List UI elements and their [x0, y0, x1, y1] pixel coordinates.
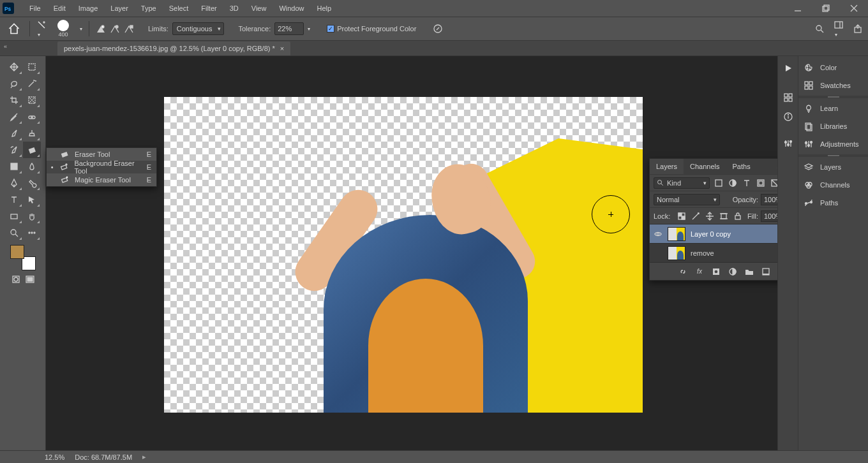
menu-window[interactable]: Window — [273, 0, 310, 17]
lock-pos-icon[interactable] — [705, 211, 715, 221]
expand-panel-icon[interactable]: »| — [777, 163, 777, 170]
tool-history-brush[interactable] — [5, 142, 23, 158]
menu-filter[interactable]: Filter — [195, 0, 223, 17]
fg-color-swatch[interactable] — [10, 245, 24, 259]
protect-fg-checkbox[interactable]: ✓ Protect Foreground Color — [327, 25, 416, 33]
lock-artboard-icon[interactable] — [719, 211, 729, 221]
filter-adjust-icon[interactable] — [728, 178, 738, 188]
info-icon[interactable] — [778, 107, 798, 126]
tool-dodge[interactable] — [23, 175, 41, 191]
home-icon[interactable] — [5, 20, 23, 38]
layer-remove[interactable]: remove — [650, 243, 777, 262]
tool-magic-wand[interactable] — [23, 75, 41, 92]
filter-pixel-icon[interactable] — [714, 178, 724, 188]
group-icon[interactable] — [744, 267, 754, 277]
tool-stamp[interactable] — [23, 125, 41, 142]
tool-hand[interactable] — [23, 208, 41, 224]
document-tab[interactable]: pexels-juan-mendez-1536619.jpg @ 12.5% (… — [57, 41, 290, 55]
close-tab-icon[interactable]: × — [280, 45, 284, 52]
tolerance-input[interactable]: 22% — [274, 22, 304, 35]
close-button[interactable] — [840, 0, 868, 17]
tool-lasso[interactable] — [5, 75, 23, 92]
filter-smart-icon[interactable] — [770, 178, 777, 188]
brush-preview[interactable]: 400 — [50, 20, 76, 38]
tab-layers[interactable]: Layers — [650, 159, 684, 174]
layer-layer-0-copy[interactable]: Layer 0 copy — [650, 224, 777, 243]
sampling-continuous-icon[interactable] — [96, 24, 106, 34]
tool-shape[interactable] — [5, 208, 23, 224]
menu-view[interactable]: View — [245, 0, 273, 17]
tool-marquee[interactable] — [23, 59, 41, 75]
tool-eraser-active[interactable] — [23, 142, 41, 158]
lock-image-icon[interactable] — [691, 211, 701, 221]
tool-blur[interactable] — [23, 158, 41, 175]
pressure-icon[interactable] — [433, 24, 443, 34]
menu-image[interactable]: Image — [72, 0, 105, 17]
tool-zoom[interactable] — [5, 224, 23, 241]
prop-swatches[interactable]: Swatches — [798, 77, 868, 94]
flyout-magic-eraser-tool[interactable]: Magic Eraser ToolE — [47, 173, 156, 186]
adjust-panel-icon[interactable] — [778, 134, 798, 153]
3d-icon[interactable] — [778, 88, 798, 107]
search-icon[interactable] — [814, 24, 825, 34]
screenmode-icon[interactable] — [25, 274, 35, 284]
prop-paths[interactable]: Paths — [798, 194, 868, 212]
limits-select[interactable]: Contiguous — [172, 22, 225, 35]
blend-mode-select[interactable]: Normal — [654, 194, 720, 205]
tool-move[interactable] — [5, 59, 23, 75]
menu-file[interactable]: File — [23, 0, 47, 17]
new-layer-icon[interactable] — [761, 267, 771, 277]
quickmask-icon[interactable] — [11, 274, 21, 284]
menu-layer[interactable]: Layer — [104, 0, 135, 17]
menu-type[interactable]: Type — [135, 0, 163, 17]
canvas-area[interactable]: Layers Channels Paths »| ≡ Kind Normal — [46, 56, 777, 450]
opacity-input[interactable]: 100%▾ — [761, 194, 777, 205]
lock-all-icon[interactable] — [733, 211, 743, 221]
sampling-swatch-icon[interactable] — [124, 24, 134, 34]
prop-channels[interactable]: Channels — [798, 176, 868, 194]
flyout-background-eraser-tool[interactable]: •Background Eraser ToolE — [47, 161, 156, 173]
tool-pen[interactable] — [5, 175, 23, 191]
sampling-once-icon[interactable] — [110, 24, 120, 34]
status-arrow-icon[interactable]: ▸ — [142, 453, 146, 461]
tool-heal[interactable] — [23, 108, 41, 125]
color-swatches[interactable] — [10, 245, 36, 270]
prop-adjustments[interactable]: Adjustments — [798, 135, 868, 153]
filter-type-icon[interactable] — [742, 178, 752, 188]
restore-button[interactable] — [812, 0, 840, 17]
flyout-eraser-tool[interactable]: Eraser ToolE — [47, 148, 156, 161]
filter-shape-icon[interactable] — [756, 178, 766, 188]
prop-color[interactable]: Color — [798, 59, 868, 77]
visibility-icon[interactable] — [654, 230, 662, 239]
canvas[interactable] — [164, 97, 643, 413]
tab-channels[interactable]: Channels — [684, 159, 726, 174]
layer-filter-select[interactable]: Kind — [654, 177, 710, 189]
tool-eyedropper[interactable] — [5, 108, 23, 125]
menu-edit[interactable]: Edit — [47, 0, 72, 17]
menu-select[interactable]: Select — [163, 0, 195, 17]
fill-input[interactable]: 100%▾ — [761, 210, 777, 222]
tool-slice[interactable] — [23, 92, 41, 108]
minimize-button[interactable] — [784, 0, 812, 17]
adjustment-layer-icon[interactable] — [728, 267, 738, 277]
tool-more[interactable] — [23, 224, 41, 241]
prop-libraries[interactable]: Libraries — [798, 117, 868, 135]
menu-help[interactable]: Help — [311, 0, 338, 17]
play-icon[interactable] — [778, 59, 798, 78]
tool-preset-icon[interactable]: ▾ — [36, 20, 47, 38]
fx-icon[interactable]: fx — [694, 267, 705, 277]
tool-type[interactable] — [5, 191, 23, 208]
share-icon[interactable] — [853, 24, 863, 34]
lock-trans-icon[interactable] — [677, 211, 687, 221]
mask-icon[interactable] — [711, 267, 721, 277]
collapse-icon[interactable]: « — [4, 43, 13, 52]
prop-learn[interactable]: Learn — [798, 99, 868, 117]
workspace-icon[interactable]: ▾ — [834, 20, 844, 38]
tool-crop[interactable] — [5, 92, 23, 108]
tool-brush[interactable] — [5, 125, 23, 142]
prop-layers[interactable]: Layers — [798, 158, 868, 176]
tool-gradient[interactable] — [5, 158, 23, 175]
tool-path-sel[interactable] — [23, 191, 41, 208]
zoom-level[interactable]: 12.5% — [45, 453, 64, 461]
menu-3d[interactable]: 3D — [223, 0, 245, 17]
